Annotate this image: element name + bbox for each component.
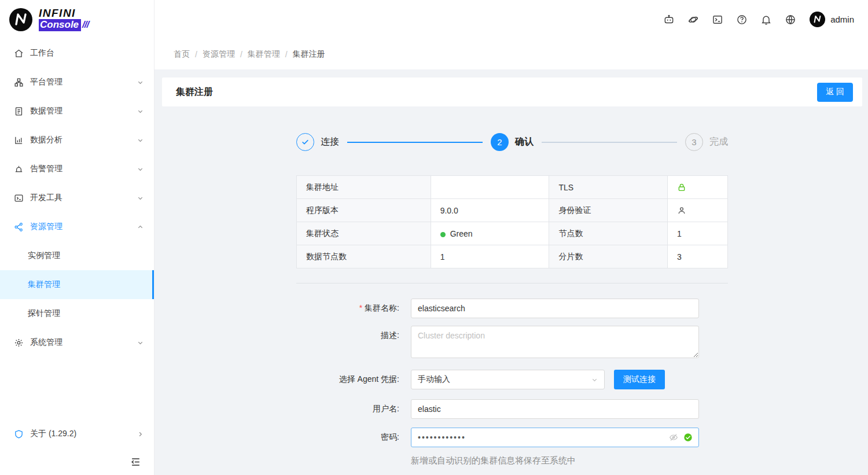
cluster-status-value: Green (431, 222, 549, 245)
cluster-summary-table: 集群地址 TLS 程序版本 9.0.0 身份验证 集群状态 Green 节点数 … (296, 175, 728, 268)
sidebar-item-platform[interactable]: 平台管理 (0, 68, 154, 97)
summary-label: 节点数 (549, 222, 668, 245)
version-value: 9.0.0 (431, 199, 549, 222)
avatar[interactable] (810, 12, 825, 27)
check-icon (301, 138, 310, 146)
sidebar-item-label: 平台管理 (30, 77, 62, 87)
breadcrumb-clusters[interactable]: 集群管理 (248, 49, 280, 60)
bot-icon[interactable] (657, 14, 681, 25)
tls-value (668, 176, 728, 199)
sidebar-item-label: 数据分析 (30, 135, 62, 145)
cluster-name-row: *集群名称: (296, 299, 728, 318)
registration-content: 连接 2 确认 3 完成 集群地址 TLS (296, 133, 728, 466)
globe-icon[interactable] (778, 14, 803, 25)
main-content: 集群注册 返 回 连接 2 确认 3 完成 (155, 69, 868, 475)
brand-infini: INFINI (39, 8, 89, 19)
step-done-circle (296, 133, 314, 151)
chart-icon (14, 135, 24, 145)
description-textarea[interactable] (411, 326, 699, 358)
summary-label: 分片数 (549, 245, 668, 268)
node-count-value: 1 (668, 222, 728, 245)
table-row: 集群状态 Green 节点数 1 (297, 222, 728, 245)
shield-icon (14, 429, 24, 439)
step-confirm: 2 确认 (491, 133, 534, 151)
username-input[interactable] (411, 399, 699, 419)
check-circle-icon (683, 433, 693, 442)
auth-value (668, 199, 728, 222)
help-icon[interactable] (730, 14, 754, 25)
password-label: 密码: (296, 428, 399, 443)
sidebar-item-dev-tools[interactable]: 开发工具 (0, 183, 154, 212)
divider (296, 283, 728, 283)
table-row: 程序版本 9.0.0 身份验证 (297, 199, 728, 222)
sidebar-item-label: 资源管理 (30, 222, 62, 232)
brand-slashes: /// (82, 19, 89, 30)
chevron-down-icon (137, 340, 144, 346)
agent-credential-label: 选择 Agent 凭据: (296, 370, 399, 385)
about-label: 关于 (1.29.2) (30, 429, 76, 439)
page-title: 集群注册 (176, 86, 213, 98)
chevron-down-icon (137, 195, 144, 201)
brand-console: Console (39, 19, 81, 31)
summary-label: 集群地址 (297, 176, 431, 199)
summary-label: 程序版本 (297, 199, 431, 222)
alarm-icon (14, 164, 24, 174)
sidebar-item-system[interactable]: 系统管理 (0, 328, 154, 357)
cluster-name-input[interactable] (411, 299, 699, 318)
sidebar: INFINI Console/// 工作台 平台管理 数据管理 数据分析 (0, 0, 155, 475)
breadcrumb-resources[interactable]: 资源管理 (203, 49, 235, 60)
sidebar-subitem-label: 探针管理 (28, 308, 60, 319)
select-value: 手动输入 (418, 374, 450, 385)
test-connection-button[interactable]: 测试连接 (614, 370, 665, 389)
summary-label: 身份验证 (549, 199, 668, 222)
sidebar-item-alerting[interactable]: 告警管理 (0, 154, 154, 183)
data-doc-icon (14, 106, 24, 116)
sidebar-footer (0, 448, 154, 475)
agent-credential-select[interactable]: 手动输入 (411, 370, 605, 389)
breadcrumb-separator: / (195, 50, 197, 59)
steps: 连接 2 确认 3 完成 (296, 133, 728, 151)
step-label: 连接 (321, 136, 339, 148)
chevron-down-icon (137, 108, 144, 115)
step-connect: 连接 (296, 133, 339, 151)
sidebar-subitem-probes[interactable]: 探针管理 (0, 299, 154, 328)
step-label: 完成 (709, 136, 728, 148)
breadcrumb-separator: / (285, 50, 288, 59)
chevron-down-icon (591, 377, 598, 383)
chevron-down-icon (137, 166, 144, 172)
password-row: 密码: (296, 428, 728, 447)
chevron-down-icon (137, 137, 144, 143)
dev-tools-icon (14, 193, 24, 203)
back-button[interactable]: 返 回 (817, 83, 853, 102)
step-current-circle: 2 (491, 133, 509, 151)
sidebar-item-data-management[interactable]: 数据管理 (0, 97, 154, 126)
green-dot (440, 232, 446, 237)
bell-icon[interactable] (754, 14, 778, 25)
nodes-icon[interactable] (681, 14, 705, 25)
sidebar-subitem-label: 集群管理 (28, 279, 60, 290)
terminal-icon[interactable] (705, 14, 730, 25)
app-logo[interactable]: INFINI Console/// (0, 0, 154, 39)
eye-invisible-icon[interactable] (669, 433, 678, 442)
sidebar-subitem-clusters[interactable]: 集群管理 (0, 270, 154, 299)
infini-logo-icon (8, 7, 34, 32)
sidebar-item-about[interactable]: 关于 (1.29.2) (0, 419, 154, 448)
sidebar-item-label: 系统管理 (30, 337, 62, 348)
table-row: 数据节点数 1 分片数 3 (297, 245, 728, 268)
sidebar-subitem-instances[interactable]: 实例管理 (0, 241, 154, 270)
sidebar-item-resources[interactable]: 资源管理 (0, 212, 154, 241)
sidebar-item-label: 工作台 (30, 48, 54, 58)
breadcrumb-current: 集群注册 (293, 49, 325, 60)
chevron-down-icon (137, 79, 144, 86)
breadcrumb-home[interactable]: 首页 (174, 49, 190, 60)
description-label: 描述: (296, 326, 399, 341)
sidebar-item-workbench[interactable]: 工作台 (0, 39, 154, 68)
cluster-name-label: *集群名称: (296, 299, 399, 314)
password-input[interactable] (411, 428, 699, 447)
step-label: 确认 (515, 136, 534, 148)
sidebar-item-data-analysis[interactable]: 数据分析 (0, 126, 154, 154)
collapse-sidebar-icon[interactable] (130, 456, 141, 467)
shard-count-value: 3 (668, 245, 728, 268)
share-nodes-icon (14, 222, 24, 232)
username[interactable]: admin (830, 14, 854, 24)
